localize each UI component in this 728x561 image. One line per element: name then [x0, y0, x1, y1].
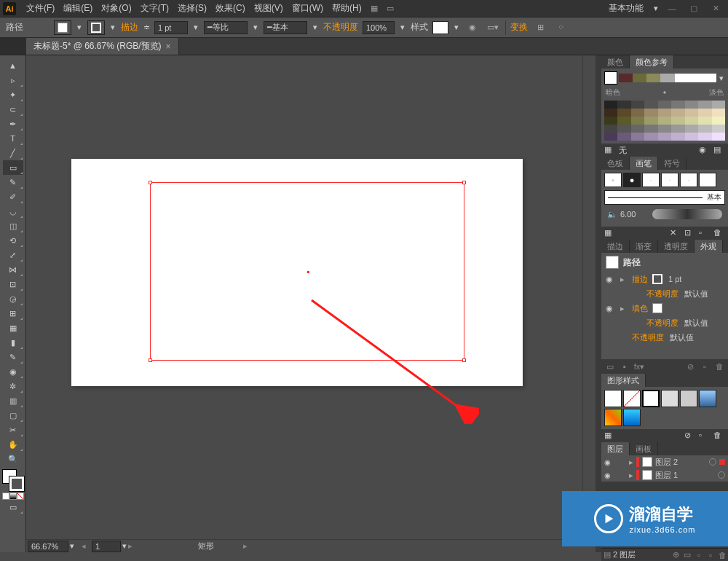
- brush-preset[interactable]: ·: [642, 173, 660, 187]
- hand-tool[interactable]: ✋: [3, 437, 23, 452]
- brush-preset[interactable]: ·: [661, 173, 678, 187]
- menu-object[interactable]: 对象(O): [97, 2, 135, 15]
- line-tool[interactable]: ╱: [3, 146, 23, 160]
- chevron-down-icon[interactable]: ≑: [143, 23, 150, 32]
- brush-preset[interactable]: ●: [623, 173, 641, 187]
- appearance-opacity-row[interactable]: 不透明度 默认值: [601, 286, 728, 301]
- column-graph-tool[interactable]: ▥: [3, 393, 23, 408]
- slice-tool[interactable]: ✂: [3, 423, 23, 437]
- brush-preset[interactable]: ·: [680, 173, 697, 187]
- chevron-down-icon[interactable]: ▾: [718, 74, 725, 83]
- recolor-icon[interactable]: ◉: [464, 21, 480, 34]
- clear-appearance-icon[interactable]: ⊘: [684, 361, 696, 372]
- layer-row[interactable]: ◉ ▸ 图层 1: [601, 468, 728, 482]
- appearance-opacity-row-3[interactable]: 不透明度 默认值: [601, 330, 728, 345]
- width-tool[interactable]: ⋈: [3, 262, 23, 277]
- symbol-sprayer-tool[interactable]: ✲: [3, 379, 23, 393]
- fill-swatch[interactable]: [54, 20, 71, 35]
- graphic-style[interactable]: [604, 390, 622, 407]
- grid-icon[interactable]: ▦: [366, 2, 382, 15]
- appearance-opacity-row-2[interactable]: 不透明度 默认值: [601, 315, 728, 330]
- delete-layer-icon[interactable]: 🗑: [716, 550, 728, 560]
- brush-basic-preview[interactable]: 基本: [604, 190, 725, 205]
- stroke-swatch-mini[interactable]: [652, 274, 662, 284]
- color-variations-grid[interactable]: [604, 101, 725, 141]
- stroke-label[interactable]: 描边: [121, 21, 138, 34]
- tab-symbols[interactable]: 符号: [658, 157, 687, 170]
- chevron-down-icon[interactable]: ▾: [109, 23, 116, 32]
- magic-wand-tool[interactable]: ✦: [3, 87, 23, 102]
- vertical-scrollbar[interactable]: [582, 55, 596, 539]
- new-style-icon[interactable]: ▫: [699, 431, 711, 441]
- isolate-icon[interactable]: ⁘: [553, 21, 569, 34]
- scale-tool[interactable]: ⤢: [3, 248, 23, 262]
- stroke-weight-input[interactable]: [154, 21, 188, 34]
- brush-options-icon[interactable]: ⊡: [684, 228, 696, 238]
- new-brush-icon[interactable]: ▫: [699, 228, 711, 238]
- tab-swatches[interactable]: 色板: [601, 157, 630, 170]
- chevron-down-icon[interactable]: ▾: [312, 23, 319, 32]
- new-fill-icon[interactable]: ▪: [619, 361, 630, 372]
- layer-row[interactable]: ◉ ▸ 图层 2: [601, 455, 728, 468]
- graphic-style[interactable]: [680, 390, 697, 407]
- shape-builder-tool[interactable]: ◶: [3, 291, 23, 306]
- chevron-down-icon[interactable]: ▾: [399, 23, 406, 32]
- chevron-right-icon[interactable]: ▸: [620, 304, 628, 313]
- tab-transparency[interactable]: 透明度: [658, 240, 695, 253]
- chevron-down-icon[interactable]: ▾: [453, 23, 460, 32]
- tab-artboards[interactable]: 画板: [630, 442, 658, 455]
- tab-graphic-styles[interactable]: 图形样式: [601, 374, 646, 387]
- chevron-down-icon[interactable]: ▾: [121, 541, 128, 551]
- resize-handle[interactable]: [149, 358, 152, 362]
- chevron-down-icon[interactable]: ▾: [252, 23, 259, 32]
- paintbrush-tool[interactable]: ✎: [3, 175, 23, 189]
- new-stroke-icon[interactable]: ▭: [604, 361, 616, 372]
- document-tab[interactable]: 未标题-5* @ 66.67% (RGB/预览) ×: [26, 38, 179, 55]
- close-button[interactable]: ✕: [706, 2, 725, 15]
- brush-library-icon[interactable]: ▦: [604, 228, 616, 238]
- direct-selection-tool[interactable]: ▹: [3, 73, 23, 87]
- graphic-style[interactable]: [661, 390, 678, 407]
- minimize-button[interactable]: —: [662, 2, 681, 15]
- pen-tool[interactable]: ✒: [3, 117, 23, 131]
- layer-name[interactable]: 图层 1: [655, 470, 715, 481]
- menu-type[interactable]: 文字(T): [136, 2, 173, 15]
- align-icon[interactable]: ▭▾: [485, 21, 501, 34]
- gradient-tool[interactable]: ▮: [3, 335, 23, 350]
- menu-effect[interactable]: 效果(C): [211, 2, 250, 15]
- base-color-swatch[interactable]: [604, 71, 617, 85]
- graphic-style[interactable]: [623, 390, 641, 407]
- add-effect-icon[interactable]: fx▾: [633, 361, 645, 372]
- stroke-profile[interactable]: ━ 等比: [204, 21, 248, 34]
- layer-name[interactable]: 图层 2: [655, 457, 706, 468]
- stroke-swatch[interactable]: [87, 20, 105, 35]
- new-sublayer-icon[interactable]: ▫: [693, 550, 705, 560]
- menu-select[interactable]: 选择(S): [173, 2, 211, 15]
- artboard-nav-input[interactable]: [92, 541, 121, 552]
- blend-tool[interactable]: ◉: [3, 364, 23, 379]
- remove-stroke-icon[interactable]: ✕: [670, 228, 681, 238]
- mesh-tool[interactable]: ▦: [3, 321, 23, 335]
- chevron-down-icon[interactable]: ▾: [68, 541, 76, 551]
- tab-color[interactable]: 颜色: [601, 55, 630, 68]
- graphic-style[interactable]: [642, 390, 660, 407]
- tab-color-guide[interactable]: 颜色参考: [630, 55, 674, 68]
- blob-brush-tool[interactable]: ◡: [3, 204, 23, 219]
- transform-icon[interactable]: ⊞: [532, 21, 548, 34]
- screen-mode-tool[interactable]: ▭: [3, 500, 23, 514]
- graphic-style[interactable]: [604, 409, 622, 426]
- zoom-tool[interactable]: 🔍: [3, 452, 23, 466]
- chevron-right-icon[interactable]: ▸: [620, 275, 628, 284]
- resize-handle[interactable]: [462, 181, 466, 184]
- visibility-icon[interactable]: ◉: [604, 458, 614, 466]
- menu-edit[interactable]: 编辑(E): [59, 2, 97, 15]
- appearance-stroke-row[interactable]: ◉ ▸ 描边 1 pt: [601, 272, 728, 286]
- pencil-tool[interactable]: ✐: [3, 189, 23, 204]
- selection-tool[interactable]: ▲: [3, 58, 23, 73]
- target-icon[interactable]: [709, 458, 716, 466]
- fill-stroke-indicator[interactable]: [2, 469, 24, 491]
- menu-file[interactable]: 文件(F): [22, 2, 59, 15]
- delete-icon[interactable]: 🗑: [713, 361, 725, 372]
- eraser-tool[interactable]: ◫: [3, 219, 23, 233]
- rectangle-tool[interactable]: ▭: [3, 160, 23, 175]
